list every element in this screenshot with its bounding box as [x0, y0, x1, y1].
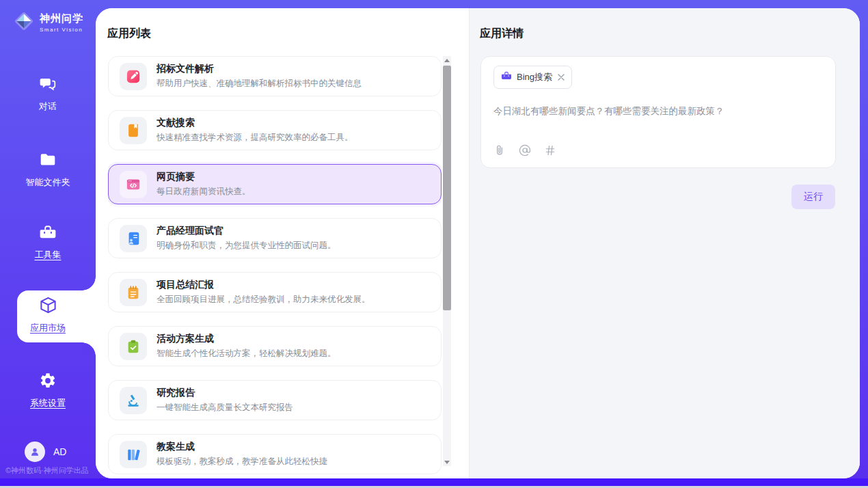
app-description: 明确身份和职责，为您提供专业性的面试问题。: [157, 240, 336, 252]
pen-edit-icon: [120, 63, 147, 90]
hash-icon[interactable]: [544, 144, 556, 157]
diamond-logo-icon: [14, 11, 34, 34]
app-description: 模板驱动，教案秒成，教学准备从此轻松快捷: [157, 456, 327, 467]
copyright-text: ©神州数码·神州问学出品: [5, 465, 89, 476]
active-tab-curve-top: [82, 277, 96, 290]
gear-icon: [39, 372, 57, 392]
scrollbar-up-arrow[interactable]: [443, 56, 451, 64]
cube-icon: [39, 296, 57, 317]
scrollbar-thumb[interactable]: [443, 66, 451, 310]
sidebar: 神州问学 Smart Vision 对话 智能文件夹 工具集: [0, 0, 96, 478]
app-title: 项目总结汇报: [157, 279, 370, 291]
sidebar-item-label: 应用市场: [30, 322, 66, 334]
main-content: 应用列表 招标文件解析 帮助用户快速、准确地理解和解析招标书中的关键信息: [96, 8, 860, 478]
bottom-accent-strip: [0, 478, 868, 486]
app-list: 招标文件解析 帮助用户快速、准确地理解和解析招标书中的关键信息 文献搜索 快速精…: [108, 56, 442, 478]
sidebar-item-app-market[interactable]: 应用市场: [0, 296, 96, 334]
app-description: 智能生成个性化活动方案，轻松解决规划难题。: [157, 348, 336, 360]
app-card-bid-document-parsing[interactable]: 招标文件解析 帮助用户快速、准确地理解和解析招标书中的关键信息: [108, 56, 442, 96]
notepad-icon: [120, 279, 147, 306]
app-title: 文献搜索: [157, 117, 353, 129]
app-title: 网页摘要: [157, 171, 251, 183]
sidebar-item-label: 对话: [39, 100, 57, 113]
scrollbar-down-arrow[interactable]: [443, 458, 451, 466]
app-title: 产品经理面试官: [157, 225, 336, 237]
toolbox-icon: [39, 223, 57, 244]
app-detail-panel: 应用详情 Bing搜索 今日湖北有哪些新闻要点？有哪些需要关注的最新政策？: [469, 8, 860, 478]
app-title: 教案生成: [157, 441, 327, 453]
tool-tag-label: Bing搜索: [517, 71, 552, 83]
app-list-title: 应用列表: [107, 27, 151, 41]
app-card-event-plan[interactable]: 活动方案生成 智能生成个性化活动方案，轻松解决规划难题。: [108, 326, 442, 366]
sidebar-item-settings[interactable]: 系统设置: [0, 372, 96, 409]
app-description: 帮助用户快速、准确地理解和解析招标书中的关键信息: [157, 78, 362, 90]
close-icon[interactable]: [558, 74, 565, 81]
clipboard-check-icon: [120, 333, 147, 360]
app-list-panel: 应用列表 招标文件解析 帮助用户快速、准确地理解和解析招标书中的关键信息: [96, 8, 469, 478]
app-description: 每日政府新闻资讯快查。: [157, 186, 251, 198]
resume-person-icon: [120, 225, 147, 252]
app-card-pm-interviewer[interactable]: 产品经理面试官 明确身份和职责，为您提供专业性的面试问题。: [108, 218, 442, 258]
app-card-project-summary[interactable]: 项目总结汇报 全面回顾项目进展，总结经验教训，助力未来优化发展。: [108, 272, 442, 312]
sidebar-item-label: 智能文件夹: [26, 176, 70, 189]
app-card-literature-search[interactable]: 文献搜索 快速精准查找学术资源，提高研究效率的必备工具。: [108, 110, 442, 150]
sidebar-item-smart-folder[interactable]: 智能文件夹: [0, 151, 96, 189]
app-card-research-report[interactable]: 研究报告 一键智能生成高质量长文本研究报告: [108, 380, 442, 420]
book-icon: [120, 117, 147, 144]
app-description: 快速精准查找学术资源，提高研究效率的必备工具。: [157, 132, 353, 144]
logo-subtitle: Smart Vision: [40, 27, 83, 33]
logo-title: 神州问学: [40, 12, 83, 25]
app-title: 活动方案生成: [157, 333, 336, 345]
folder-icon: [39, 151, 57, 172]
paperclip-icon[interactable]: [493, 144, 506, 157]
app-description: 全面回顾项目进展，总结经验教训，助力未来优化发展。: [157, 294, 370, 306]
sidebar-item-label: 工具集: [35, 249, 62, 261]
sidebar-item-chat[interactable]: 对话: [0, 75, 96, 113]
tool-tag-bing-search[interactable]: Bing搜索: [493, 66, 572, 89]
app-title: 研究报告: [157, 387, 293, 399]
run-button[interactable]: 运行: [791, 185, 835, 209]
user-account[interactable]: AD: [25, 442, 66, 462]
scrollbar-track[interactable]: [443, 56, 451, 466]
sidebar-item-label: 系统设置: [30, 397, 66, 409]
app-card-lesson-plan[interactable]: 教案生成 模板驱动，教案秒成，教学准备从此轻松快捷: [108, 434, 442, 474]
prompt-card: Bing搜索 今日湖北有哪些新闻要点？有哪些需要关注的最新政策？: [480, 56, 836, 168]
app-detail-title: 应用详情: [480, 27, 524, 41]
prompt-toolbar: [493, 144, 556, 157]
sidebar-item-toolset[interactable]: 工具集: [0, 223, 96, 261]
prompt-text-input[interactable]: 今日湖北有哪些新闻要点？有哪些需要关注的最新政策？: [493, 105, 823, 118]
app-logo: 神州问学 Smart Vision: [14, 11, 83, 34]
at-sign-icon[interactable]: [519, 144, 531, 157]
chat-icon: [39, 75, 57, 96]
logo-text: 神州问学 Smart Vision: [40, 12, 83, 33]
browser-code-icon: [120, 171, 147, 198]
books-icon: [120, 441, 147, 468]
app-description: 一键智能生成高质量长文本研究报告: [157, 402, 293, 414]
active-tab-curve-bottom: [82, 342, 96, 356]
avatar: [25, 442, 45, 462]
briefcase-icon: [501, 70, 512, 84]
app-card-web-summary[interactable]: 网页摘要 每日政府新闻资讯快查。: [108, 164, 442, 204]
microscope-icon: [120, 387, 147, 414]
user-initials: AD: [53, 446, 66, 457]
app-title: 招标文件解析: [157, 63, 362, 75]
